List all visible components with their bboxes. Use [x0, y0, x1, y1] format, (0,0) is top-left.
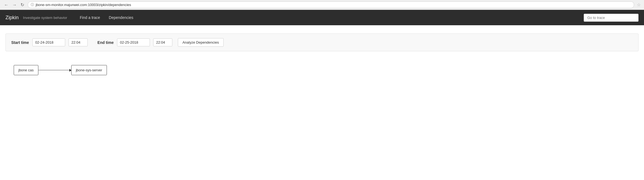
- forward-button[interactable]: →: [11, 2, 18, 8]
- app-brand: Zipkin: [5, 15, 19, 21]
- main-content: Start time End time Analyze Dependencies…: [0, 25, 644, 180]
- start-date-input[interactable]: [32, 38, 65, 46]
- navbar-right: [584, 14, 639, 22]
- navbar-links: Find a trace Dependencies: [75, 10, 584, 25]
- address-input[interactable]: [36, 3, 631, 7]
- node-jbone-cas: jbone cas: [14, 65, 38, 75]
- dependency-graph: jbone cas jbone-sys-server: [5, 60, 639, 81]
- filter-bar: Start time End time Analyze Dependencies: [5, 33, 639, 51]
- app-navbar: Zipkin Investigate system behavior Find …: [0, 10, 644, 25]
- browser-chrome: ← → ↻ ⓘ ☆: [0, 0, 644, 10]
- end-time-label: End time: [98, 40, 114, 45]
- start-time-input[interactable]: [69, 38, 88, 46]
- nav-buttons: ← → ↻: [3, 2, 25, 8]
- start-time-label: Start time: [11, 40, 29, 45]
- back-button[interactable]: ←: [3, 2, 10, 8]
- go-to-trace-input[interactable]: [584, 14, 639, 22]
- end-time-input[interactable]: [153, 38, 172, 46]
- arrow-line: [38, 70, 71, 71]
- dependency-arrow: [38, 70, 71, 71]
- end-date-input[interactable]: [117, 38, 150, 46]
- analyze-dependencies-button[interactable]: Analyze Dependencies: [178, 38, 224, 47]
- nav-find-trace[interactable]: Find a trace: [75, 10, 104, 25]
- app-tagline: Investigate system behavior: [23, 16, 67, 20]
- nav-dependencies[interactable]: Dependencies: [104, 10, 138, 25]
- security-icon: ⓘ: [31, 2, 34, 7]
- address-bar-container: ⓘ: [28, 1, 634, 8]
- reload-button[interactable]: ↻: [19, 2, 25, 8]
- node-jbone-sys-server: jbone-sys-server: [71, 65, 107, 75]
- bookmark-button[interactable]: ☆: [636, 2, 641, 8]
